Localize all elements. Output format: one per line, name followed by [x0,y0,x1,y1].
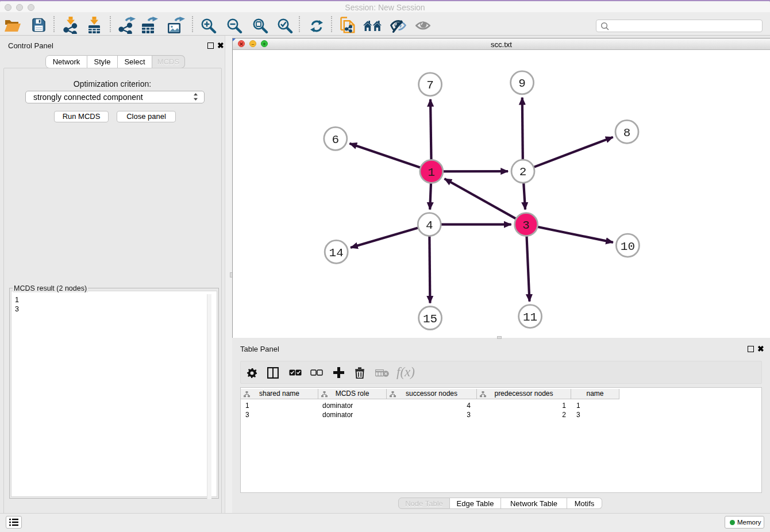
svg-text:3: 3 [522,219,530,232]
svg-text:1: 1 [428,166,435,179]
svg-text:2: 2 [519,165,527,179]
svg-text:15: 15 [423,313,437,326]
svg-text:8: 8 [623,126,631,140]
svg-text:4: 4 [426,219,433,232]
svg-text:6: 6 [332,133,339,147]
svg-text:9: 9 [518,77,526,90]
svg-text:11: 11 [523,311,537,324]
svg-text:7: 7 [426,79,434,92]
svg-text:14: 14 [329,246,344,260]
svg-text:10: 10 [621,240,635,253]
